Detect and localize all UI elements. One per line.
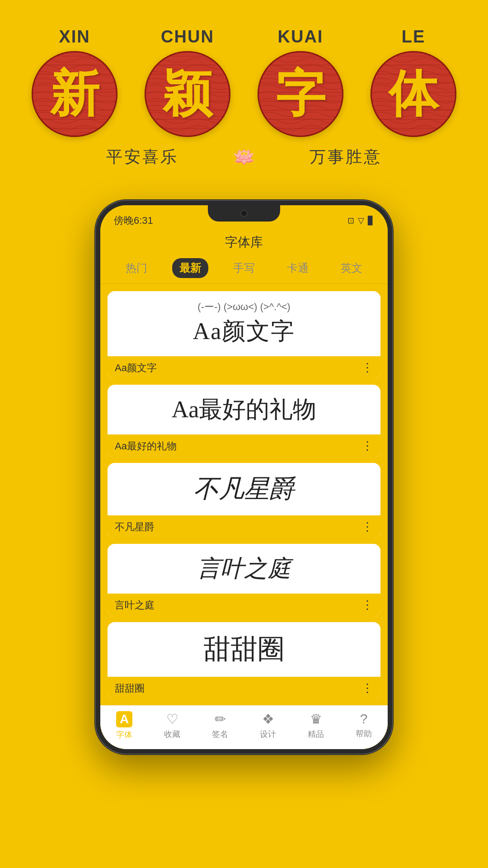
font-name-1: Aa颜文字 [115,361,157,375]
nav-favorites-icon: ♡ [166,711,178,727]
subtitle-left: 平安喜乐 [106,146,178,168]
font-preview-4: 言叶之庭 [108,544,380,594]
font-preview-2: Aa最好的礼物 [108,385,380,434]
font-preview-text-1: Aa颜文字 [193,316,296,347]
lotus-icon: 🪷 [233,146,255,168]
nav-signature-icon: ✏ [215,711,226,727]
camera-dot [240,210,248,217]
status-bar: 傍晚6:31 ⊡ ▽ ▊ [100,205,388,230]
font-card-5[interactable]: 甜甜圈 甜甜圈 ⋮ [108,622,380,700]
tab-english[interactable]: 英文 [333,258,370,278]
font-card-footer-4: 言叶之庭 ⋮ [108,594,380,617]
font-card-3[interactable]: 不凡星爵 不凡星爵 ⋮ [108,463,380,538]
font-card-footer-1: Aa颜文字 ⋮ [108,356,380,379]
nav-premium-icon: ♛ [310,711,322,727]
app-title: 字体库 [100,230,388,258]
char-le: LE [371,27,456,137]
more-button-2[interactable]: ⋮ [361,439,373,453]
status-icons: ⊡ ▽ ▊ [347,216,374,226]
battery-icon: ⊡ [347,216,354,226]
nav-help-label: 帮助 [356,728,372,739]
phone-frame: 傍晚6:31 ⊡ ▽ ▊ 字体库 热门 最新 手写 卡通 英文 [95,200,393,755]
nav-font-label: 字体 [116,729,132,740]
pinyin-characters-row: XIN [18,27,470,137]
pinyin-le: LE [402,27,426,47]
more-button-3[interactable]: ⋮ [361,520,373,534]
status-time: 傍晚6:31 [114,214,153,227]
tab-latest[interactable]: 最新 [172,258,208,278]
font-preview-text-3: 不凡星爵 [193,472,295,506]
nav-premium-label: 精品 [308,729,324,740]
tab-hot[interactable]: 热门 [118,258,155,278]
more-button-4[interactable]: ⋮ [361,598,373,612]
font-preview-3: 不凡星爵 [108,463,380,515]
bottom-nav: A 字体 ♡ 收藏 ✏ 签名 ❖ 设计 [100,705,388,749]
nav-help[interactable]: ? 帮助 [356,711,372,740]
font-name-3: 不凡星爵 [115,520,155,534]
signal-icon: ▊ [368,216,374,226]
subtitle-row: 平安喜乐 🪷 万事胜意 [18,146,470,168]
tab-cartoon[interactable]: 卡通 [280,258,316,278]
char-chun-text: 颖 [163,61,212,128]
more-button-1[interactable]: ⋮ [361,361,373,375]
char-le-text: 体 [389,61,438,128]
nav-font-icon: A [116,711,132,727]
nav-design-label: 设计 [260,729,276,740]
nav-signature[interactable]: ✏ 签名 [212,711,228,740]
pinyin-xin: XIN [59,27,90,47]
circle-xin: 新 [32,51,117,137]
tab-handwrite[interactable]: 手写 [226,258,262,278]
char-chun: CHUN [145,27,230,137]
circle-le: 体 [371,51,456,137]
circle-chun: 颖 [145,51,230,137]
font-name-2: Aa最好的礼物 [115,439,177,453]
font-card-footer-5: 甜甜圈 ⋮ [108,677,380,700]
font-preview-5: 甜甜圈 [108,622,380,677]
font-preview-1: (-ー-) (>ωω<) (>^.^<) Aa颜文字 [108,291,380,356]
pinyin-kuai: KUAI [278,27,324,47]
app-content: 字体库 热门 最新 手写 卡通 英文 (-ー-) (>ωω<) (>^. [100,230,388,749]
nav-font[interactable]: A 字体 [116,711,132,740]
font-card-footer-2: Aa最好的礼物 ⋮ [108,434,380,458]
more-button-5[interactable]: ⋮ [361,681,373,695]
font-preview-text-2: Aa最好的礼物 [172,394,317,425]
nav-design[interactable]: ❖ 设计 [260,711,276,740]
subtitle-right: 万事胜意 [310,146,382,168]
char-kuai: KUAI [258,27,343,137]
font-name-4: 言叶之庭 [115,599,155,612]
font-preview-text-4: 言叶之庭 [197,553,291,585]
phone-mockup-wrapper: 傍晚6:31 ⊡ ▽ ▊ 字体库 热门 最新 手写 卡通 英文 [0,200,488,782]
nav-signature-label: 签名 [212,729,228,740]
tabs-row[interactable]: 热门 最新 手写 卡通 英文 [100,258,388,284]
font-card-2[interactable]: Aa最好的礼物 Aa最好的礼物 ⋮ [108,385,380,458]
notch [208,205,280,222]
phone-screen: 傍晚6:31 ⊡ ▽ ▊ 字体库 热门 最新 手写 卡通 英文 [100,205,388,749]
top-banner: XIN [0,0,488,186]
pinyin-chun: CHUN [161,27,214,47]
nav-favorites[interactable]: ♡ 收藏 [164,711,180,740]
circle-kuai: 字 [258,51,343,137]
nav-premium[interactable]: ♛ 精品 [308,711,324,740]
font-name-5: 甜甜圈 [115,682,145,695]
nav-favorites-label: 收藏 [164,729,180,740]
font-card-4[interactable]: 言叶之庭 言叶之庭 ⋮ [108,544,380,617]
char-xin: XIN [32,27,117,137]
font-preview-text-5: 甜甜圈 [203,631,285,668]
nav-help-icon: ? [360,711,368,726]
font-list: (-ー-) (>ωω<) (>^.^<) Aa颜文字 Aa颜文字 ⋮ Aa最好的… [100,284,388,700]
font-card-1[interactable]: (-ー-) (>ωω<) (>^.^<) Aa颜文字 Aa颜文字 ⋮ [108,291,380,379]
nav-design-icon: ❖ [262,711,274,727]
char-kuai-text: 字 [276,61,325,128]
font-card-footer-3: 不凡星爵 ⋮ [108,515,380,538]
wifi-icon: ▽ [358,216,364,226]
char-xin-text: 新 [50,61,99,128]
